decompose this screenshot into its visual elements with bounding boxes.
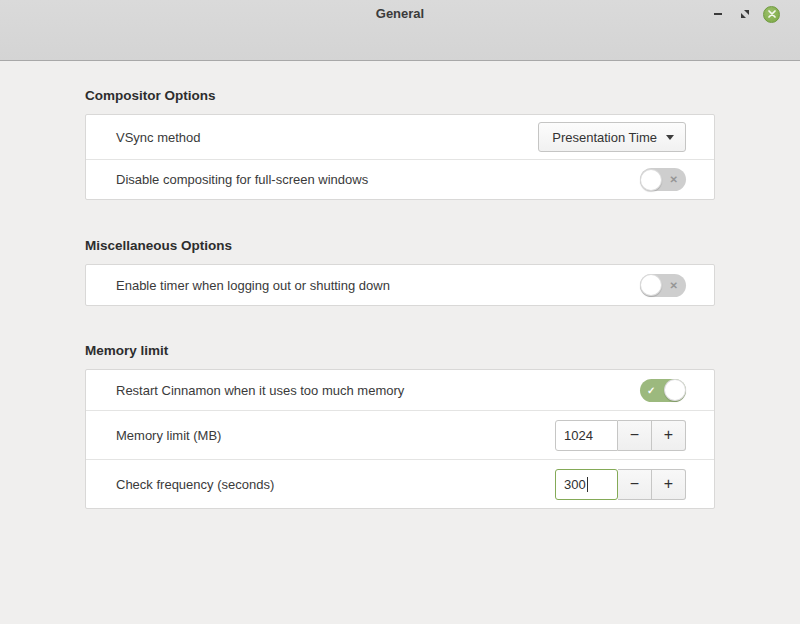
- check-frequency-increment-button[interactable]: +: [652, 469, 686, 500]
- toggle-check-icon: ✓: [647, 379, 655, 402]
- logout-timer-toggle[interactable]: ✕: [640, 274, 686, 297]
- check-frequency-spinbox: 300 − +: [555, 469, 686, 500]
- maximize-button[interactable]: [736, 5, 754, 23]
- disable-compositing-label: Disable compositing for full-screen wind…: [116, 172, 368, 187]
- restart-cinnamon-label: Restart Cinnamon when it uses too much m…: [116, 383, 404, 398]
- check-frequency-row: Check frequency (seconds) 300 − +: [86, 459, 714, 508]
- memory-limit-spinbox: 1024 − +: [555, 420, 686, 451]
- check-frequency-value: 300: [564, 477, 586, 492]
- disable-compositing-toggle[interactable]: ✕: [640, 168, 686, 191]
- toggle-knob: [664, 379, 686, 401]
- window-title: General: [0, 0, 800, 28]
- toggle-knob: [640, 274, 662, 296]
- disable-compositing-row: Disable compositing for full-screen wind…: [86, 159, 714, 199]
- memory-limit-row: Memory limit (MB) 1024 − +: [86, 410, 714, 459]
- section-title-compositor-options: Compositor Options: [85, 88, 715, 103]
- close-button[interactable]: [763, 6, 780, 23]
- vsync-method-value: Presentation Time: [552, 130, 657, 145]
- settings-window: General Composit: [0, 0, 800, 509]
- memory-limit-label: Memory limit (MB): [116, 428, 221, 443]
- toggle-cross-icon: ✕: [670, 274, 678, 297]
- check-frequency-input[interactable]: 300: [555, 469, 618, 500]
- chevron-down-icon: [666, 135, 674, 140]
- titlebar[interactable]: General: [0, 0, 800, 28]
- window-controls: [709, 0, 780, 28]
- section-title-memory-limit: Memory limit: [85, 343, 715, 358]
- restart-cinnamon-row: Restart Cinnamon when it uses too much m…: [86, 370, 714, 410]
- logout-timer-label: Enable timer when logging out or shuttin…: [116, 278, 390, 293]
- check-frequency-decrement-button[interactable]: −: [618, 469, 652, 500]
- minimize-icon: [714, 13, 722, 15]
- minimize-button[interactable]: [709, 5, 727, 23]
- text-cursor: [587, 477, 588, 492]
- maximize-icon: [740, 9, 750, 19]
- toggle-knob: [640, 169, 662, 191]
- memory-limit-increment-button[interactable]: +: [652, 420, 686, 451]
- settings-content: Compositor Options VSync method Presenta…: [0, 88, 800, 509]
- logout-timer-row: Enable timer when logging out or shuttin…: [86, 265, 714, 305]
- toggle-cross-icon: ✕: [670, 168, 678, 191]
- vsync-method-label: VSync method: [116, 130, 201, 145]
- check-frequency-label: Check frequency (seconds): [116, 477, 274, 492]
- restart-cinnamon-toggle[interactable]: ✓: [640, 379, 686, 402]
- miscellaneous-options-panel: Enable timer when logging out or shuttin…: [85, 264, 715, 306]
- vsync-method-row: VSync method Presentation Time: [86, 115, 714, 159]
- compositor-options-panel: VSync method Presentation Time Disable c…: [85, 114, 715, 200]
- memory-limit-value: 1024: [564, 428, 593, 443]
- section-title-miscellaneous-options: Miscellaneous Options: [85, 238, 715, 253]
- window-header: General: [0, 0, 800, 61]
- vsync-method-dropdown[interactable]: Presentation Time: [538, 122, 686, 152]
- memory-limit-decrement-button[interactable]: −: [618, 420, 652, 451]
- memory-limit-panel: Restart Cinnamon when it uses too much m…: [85, 369, 715, 509]
- close-icon: [768, 10, 776, 18]
- memory-limit-input[interactable]: 1024: [555, 420, 618, 451]
